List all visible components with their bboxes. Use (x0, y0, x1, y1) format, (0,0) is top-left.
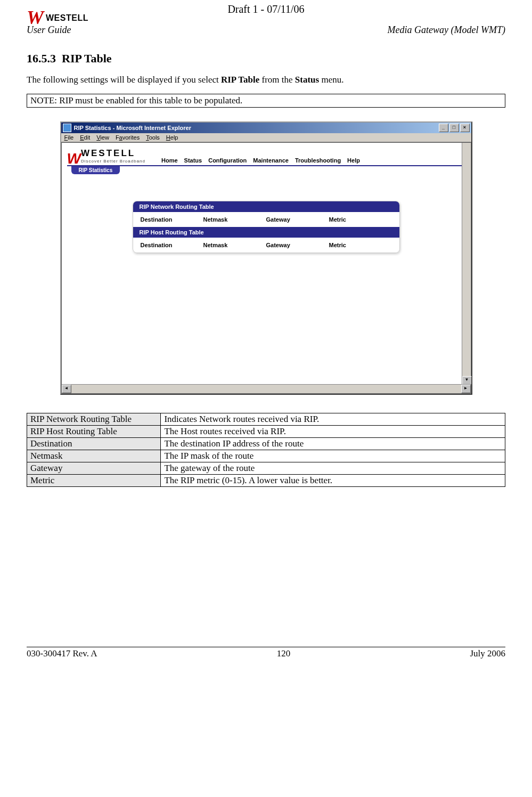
menu-tools[interactable]: Tools (146, 134, 160, 141)
maximize-button[interactable]: □ (449, 124, 459, 132)
page-logo-icon: W (67, 153, 81, 164)
def-desc: The RIP metric (0-15). A lower value is … (161, 475, 505, 487)
col-metric: Metric (329, 216, 392, 223)
section-title: RIP Table (62, 52, 112, 65)
nav-help[interactable]: Help (347, 157, 360, 164)
table-row: Netmask The IP mask of the route (27, 450, 505, 462)
menu-help[interactable]: Help (166, 134, 178, 141)
page-footer: 030-300417 Rev. A 120 July 2006 (27, 647, 505, 680)
ie-menubar: File Edit View Favorites Tools Help (61, 133, 471, 142)
def-desc: The destination IP address of the route (161, 438, 505, 450)
ie-title-text: RIP Statistics - Microsoft Internet Expl… (74, 125, 191, 131)
nav-troubleshooting[interactable]: Troubleshooting (295, 157, 341, 164)
menu-file[interactable]: File (64, 134, 74, 141)
table-row: RIP Host Routing Table The Host routes r… (27, 426, 505, 438)
col-gateway: Gateway (266, 216, 329, 223)
user-guide-label: User Guide (27, 25, 71, 36)
intro-bold-riptable: RIP Table (221, 75, 259, 85)
table-row: RIP Network Routing Table Indicates Netw… (27, 413, 505, 426)
rip-network-columns: Destination Netmask Gateway Metric (133, 212, 399, 227)
model-label: Media Gateway (Model WMT) (388, 25, 505, 36)
page-logo-text: WESTELL (81, 148, 145, 159)
table-row: Metric The RIP metric (0-15). A lower va… (27, 475, 505, 487)
scroll-left-icon[interactable]: ◄ (62, 385, 71, 393)
note-box: NOTE: RIP must be enabled for this table… (27, 94, 505, 108)
close-button[interactable]: × (460, 124, 470, 132)
intro-paragraph: The following settings will be displayed… (27, 75, 505, 85)
intro-text3: menu. (319, 75, 343, 85)
col-netmask-2: Netmask (203, 242, 266, 248)
definitions-table: RIP Network Routing Table Indicates Netw… (27, 413, 505, 487)
tab-rip-statistics[interactable]: RIP Statistics (71, 166, 120, 174)
def-desc: The IP mask of the route (161, 450, 505, 462)
page-westell-logo: W WESTELL Discover Better Broadband (67, 148, 146, 164)
menu-edit[interactable]: Edit (80, 134, 90, 141)
minimize-button[interactable]: _ (439, 124, 448, 132)
nav-configuration[interactable]: Configuration (208, 157, 247, 164)
ie-content-area: W WESTELL Discover Better Broadband Home… (61, 142, 471, 394)
nav-home[interactable]: Home (161, 157, 178, 164)
horizontal-scrollbar[interactable]: ◄ ► (62, 384, 471, 393)
section-heading: 16.5.3 RIP Table (27, 52, 505, 66)
nav-status[interactable]: Status (184, 157, 202, 164)
def-term: Metric (27, 475, 161, 487)
def-term: Destination (27, 438, 161, 450)
def-desc: Indicates Network routes received via RI… (161, 413, 505, 426)
table-row: Gateway The gateway of the route (27, 462, 505, 475)
footer-date: July 2006 (470, 648, 505, 659)
page-logo-subtitle: Discover Better Broadband (81, 159, 145, 164)
col-destination: Destination (141, 216, 203, 223)
westell-logo-text: WESTELL (46, 13, 88, 23)
rip-panel: RIP Network Routing Table Destination Ne… (133, 201, 400, 253)
def-term: Gateway (27, 462, 161, 475)
def-desc: The Host routes received via RIP. (161, 426, 505, 438)
def-term: RIP Host Routing Table (27, 426, 161, 438)
intro-bold-status: Status (295, 75, 319, 85)
footer-doc-rev: 030-300417 Rev. A (27, 648, 97, 659)
westell-logo-icon: W (27, 11, 44, 25)
scroll-down-icon[interactable]: ▼ (462, 376, 472, 385)
nav-maintenance[interactable]: Maintenance (253, 157, 289, 164)
scroll-right-icon[interactable]: ► (461, 385, 471, 393)
footer-page-number: 120 (277, 648, 291, 659)
menu-view[interactable]: View (96, 134, 109, 141)
intro-text: The following settings will be displayed… (27, 75, 221, 85)
rip-network-header: RIP Network Routing Table (133, 201, 399, 212)
menu-favorites[interactable]: Favorites (116, 134, 140, 141)
rip-host-columns: Destination Netmask Gateway Metric (133, 238, 399, 253)
ie-window: RIP Statistics - Microsoft Internet Expl… (60, 121, 472, 395)
ie-titlebar: RIP Statistics - Microsoft Internet Expl… (61, 123, 471, 133)
rip-host-header: RIP Host Routing Table (133, 227, 399, 238)
intro-text2: from the (259, 75, 295, 85)
col-destination-2: Destination (141, 242, 203, 248)
def-term: RIP Network Routing Table (27, 413, 161, 426)
table-row: Destination The destination IP address o… (27, 438, 505, 450)
vertical-scrollbar[interactable]: ▼ (462, 143, 471, 385)
def-term: Netmask (27, 450, 161, 462)
def-desc: The gateway of the route (161, 462, 505, 475)
ie-app-icon (63, 124, 71, 132)
page-nav: Home Status Configuration Maintenance Tr… (161, 157, 360, 164)
section-number: 16.5.3 (27, 52, 56, 65)
col-gateway-2: Gateway (266, 242, 329, 248)
col-metric-2: Metric (329, 242, 392, 248)
col-netmask: Netmask (203, 216, 266, 223)
